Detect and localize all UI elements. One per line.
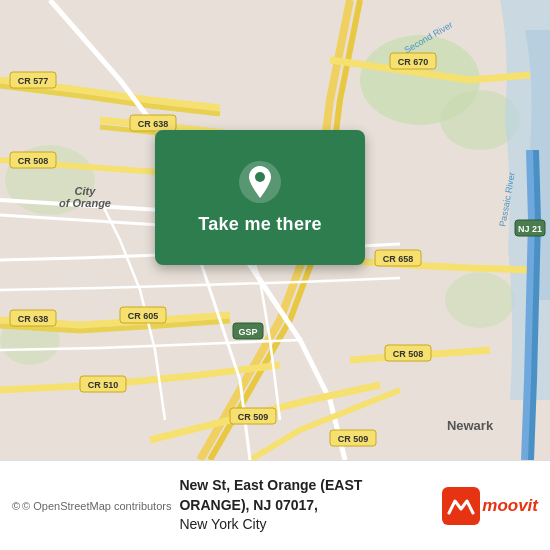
- info-bar: © © OpenStreetMap contributors New St, E…: [0, 460, 550, 550]
- moovit-logo: moovit: [442, 487, 538, 525]
- address-block: New St, East Orange (EAST ORANGE), NJ 07…: [171, 476, 434, 535]
- svg-text:CR 509: CR 509: [338, 434, 369, 444]
- svg-text:CR 508: CR 508: [18, 156, 49, 166]
- take-me-there-button[interactable]: Take me there: [198, 214, 322, 235]
- svg-text:CR 577: CR 577: [18, 76, 49, 86]
- location-pin-icon: [238, 160, 282, 204]
- svg-text:CR 670: CR 670: [398, 57, 429, 67]
- map-area: CR 577 CR 638 CR 670 CR 508 City of Oran…: [0, 0, 550, 460]
- svg-text:CR 638: CR 638: [18, 314, 49, 324]
- svg-text:GSP: GSP: [238, 327, 257, 337]
- svg-text:Newark: Newark: [447, 418, 494, 433]
- svg-text:CR 658: CR 658: [383, 254, 414, 264]
- svg-text:CR 508: CR 508: [393, 349, 424, 359]
- address-line2: New York City: [179, 515, 434, 535]
- address-line1: New St, East Orange (EAST ORANGE), NJ 07…: [179, 476, 434, 515]
- svg-rect-40: [442, 487, 480, 525]
- action-card: Take me there: [155, 130, 365, 265]
- copyright-symbol: ©: [12, 500, 20, 512]
- svg-text:NJ 21: NJ 21: [518, 224, 542, 234]
- svg-text:CR 509: CR 509: [238, 412, 269, 422]
- svg-text:CR 605: CR 605: [128, 311, 159, 321]
- svg-text:City: City: [75, 185, 97, 197]
- svg-point-5: [445, 272, 515, 328]
- svg-text:of Orange: of Orange: [59, 197, 111, 209]
- svg-point-39: [255, 172, 265, 182]
- osm-text: © OpenStreetMap contributors: [22, 500, 171, 512]
- copyright-notice: © © OpenStreetMap contributors: [12, 500, 171, 512]
- moovit-icon: [442, 487, 480, 525]
- moovit-label: moovit: [482, 496, 538, 516]
- svg-text:CR 510: CR 510: [88, 380, 119, 390]
- svg-text:CR 638: CR 638: [138, 119, 169, 129]
